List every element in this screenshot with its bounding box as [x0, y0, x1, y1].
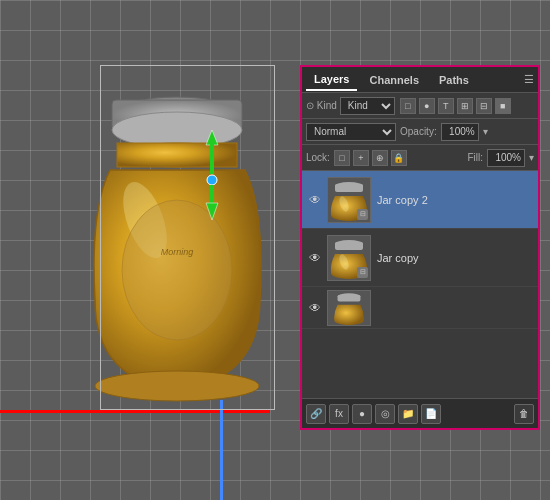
- svg-rect-12: [210, 185, 214, 205]
- filter-toggle-icon[interactable]: ■: [495, 98, 511, 114]
- layer-badge-jar-copy-2: ⊟: [357, 209, 368, 220]
- tab-paths[interactable]: Paths: [431, 70, 477, 90]
- lock-row: Lock: □ + ⊕ 🔒 Fill: ▾: [302, 145, 538, 171]
- fill-input[interactable]: [487, 149, 525, 167]
- delete-layer-button[interactable]: 🗑: [514, 404, 534, 424]
- opacity-input[interactable]: [441, 123, 479, 141]
- lock-icons: □ + ⊕ 🔒: [334, 150, 407, 166]
- new-adjustment-button[interactable]: ◎: [375, 404, 395, 424]
- fill-label: Fill:: [467, 152, 483, 163]
- filter-icons: □ ● T ⊞ ⊟ ■: [400, 98, 511, 114]
- svg-point-11: [207, 175, 217, 185]
- panel-menu-button[interactable]: ☰: [524, 73, 534, 86]
- new-layer-button[interactable]: 📄: [421, 404, 441, 424]
- filter-smart-icon[interactable]: ⊟: [476, 98, 492, 114]
- svg-rect-21: [338, 294, 361, 301]
- kind-label: ⊙ Kind: [306, 100, 337, 111]
- svg-point-8: [95, 371, 259, 401]
- fill-arrow[interactable]: ▾: [529, 152, 534, 163]
- blend-mode-row: Normal Opacity: ▾: [302, 119, 538, 145]
- svg-marker-9: [206, 130, 218, 145]
- eye-icon-jar: 👁: [309, 301, 321, 315]
- layer-badge-jar-copy: ⊟: [357, 267, 368, 278]
- svg-marker-13: [206, 203, 218, 220]
- layer-name-jar-copy-2: Jar copy 2: [377, 194, 534, 206]
- eye-icon-jar-copy: 👁: [309, 251, 321, 265]
- layers-panel: Layers Channels Paths ☰ ⊙ Kind Kind □ ● …: [300, 65, 540, 430]
- panel-tabs: Layers Channels Paths ☰: [302, 67, 538, 93]
- lock-pixels-icon[interactable]: □: [334, 150, 350, 166]
- eye-icon-jar-copy-2: 👁: [309, 193, 321, 207]
- lock-artboards-icon[interactable]: ⊕: [372, 150, 388, 166]
- layer-visibility-jar-copy[interactable]: 👁: [306, 249, 324, 267]
- layer-thumb-jar: [327, 290, 371, 326]
- fx-button[interactable]: fx: [329, 404, 349, 424]
- layer-thumb-jar-copy: ⊟: [327, 235, 371, 281]
- layer-visibility-jar[interactable]: 👁: [306, 299, 324, 317]
- layers-list[interactable]: 👁 ⊟ Jar copy 2: [302, 171, 538, 398]
- transform-arrows: [200, 130, 225, 220]
- svg-rect-18: [335, 242, 363, 250]
- filter-type-icon[interactable]: T: [438, 98, 454, 114]
- filter-pixel-icon[interactable]: □: [400, 98, 416, 114]
- panel-toolbar: 🔗 fx ● ◎ 📁 📄 🗑: [302, 398, 538, 428]
- lock-position-icon[interactable]: +: [353, 150, 369, 166]
- svg-rect-10: [210, 144, 214, 174]
- jar-canvas-object[interactable]: Morning: [80, 60, 275, 432]
- filter-row: ⊙ Kind Kind □ ● T ⊞ ⊟ ■: [302, 93, 538, 119]
- layer-item-jar[interactable]: 👁: [302, 287, 538, 329]
- layer-item-jar-copy[interactable]: 👁 ⊟ Jar copy: [302, 229, 538, 287]
- svg-text:Morning: Morning: [161, 247, 194, 257]
- layer-item-jar-copy-2[interactable]: 👁 ⊟ Jar copy 2: [302, 171, 538, 229]
- filter-adjustment-icon[interactable]: ●: [419, 98, 435, 114]
- add-mask-button[interactable]: ●: [352, 404, 372, 424]
- lock-label: Lock:: [306, 152, 330, 163]
- blend-mode-dropdown[interactable]: Normal: [306, 123, 396, 141]
- tab-layers[interactable]: Layers: [306, 69, 357, 91]
- svg-point-6: [122, 200, 232, 340]
- filter-shape-icon[interactable]: ⊞: [457, 98, 473, 114]
- tab-channels[interactable]: Channels: [361, 70, 427, 90]
- layer-name-jar-copy: Jar copy: [377, 252, 534, 264]
- opacity-arrow[interactable]: ▾: [483, 126, 488, 137]
- layer-thumb-jar-copy-2: ⊟: [327, 177, 371, 223]
- svg-rect-15: [335, 184, 363, 192]
- new-group-button[interactable]: 📁: [398, 404, 418, 424]
- opacity-label: Opacity:: [400, 126, 437, 137]
- lock-all-icon[interactable]: 🔒: [391, 150, 407, 166]
- link-layers-button[interactable]: 🔗: [306, 404, 326, 424]
- kind-dropdown[interactable]: Kind: [340, 97, 395, 115]
- layer-visibility-jar-copy-2[interactable]: 👁: [306, 191, 324, 209]
